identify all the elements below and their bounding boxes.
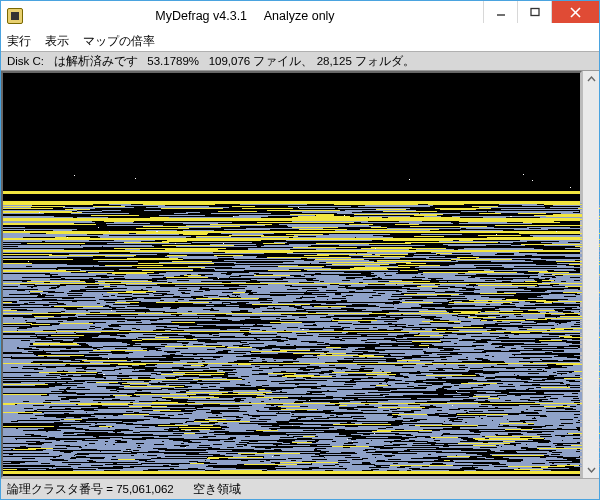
disk-map[interactable] <box>1 71 582 478</box>
disk-label: Disk C: <box>7 55 44 67</box>
disk-map-canvas <box>3 73 580 476</box>
scroll-down-button[interactable] <box>583 461 599 478</box>
statusbar: 論理クラスタ番号 = 75,061,062 空き領域 <box>1 478 599 499</box>
maximize-icon <box>530 7 540 17</box>
files-count: 109,076 <box>209 55 251 67</box>
svg-rect-1 <box>531 9 539 16</box>
folders-label: フォルダ。 <box>355 54 415 69</box>
client-area <box>1 71 599 478</box>
menu-view[interactable]: 表示 <box>45 33 69 50</box>
app-window: MyDefrag v4.3.1 Analyze only 実行 表示 マップの倍… <box>0 0 600 500</box>
window-title: MyDefrag v4.3.1 Analyze only <box>1 9 489 23</box>
files-label: ファイル、 <box>253 54 313 69</box>
close-icon <box>570 7 581 18</box>
title-buttons <box>483 1 599 23</box>
chevron-up-icon <box>587 75 596 84</box>
menubar: 実行 表示 マップの倍率 <box>1 31 599 51</box>
minimize-icon <box>496 7 506 17</box>
free-space-label: 空き領域 <box>193 482 241 497</box>
menu-run[interactable]: 実行 <box>7 33 31 50</box>
cluster-value: 75,061,062 <box>116 483 174 495</box>
vertical-scrollbar[interactable] <box>582 71 599 478</box>
disk-percent: 53.1789% <box>147 55 199 67</box>
close-button[interactable] <box>551 1 599 23</box>
menu-zoom[interactable]: マップの倍率 <box>83 33 155 50</box>
scroll-up-button[interactable] <box>583 71 599 88</box>
titlebar[interactable]: MyDefrag v4.3.1 Analyze only <box>1 1 599 31</box>
maximize-button[interactable] <box>517 1 551 23</box>
disk-info-bar: Disk C: は解析済みです 53.1789% 109,076 ファイル、 2… <box>1 51 599 71</box>
chevron-down-icon <box>587 465 596 474</box>
folders-count: 28,125 <box>317 55 352 67</box>
disk-status: は解析済みです <box>54 54 138 69</box>
cluster-label: 論理クラスタ番号 = <box>7 482 113 497</box>
